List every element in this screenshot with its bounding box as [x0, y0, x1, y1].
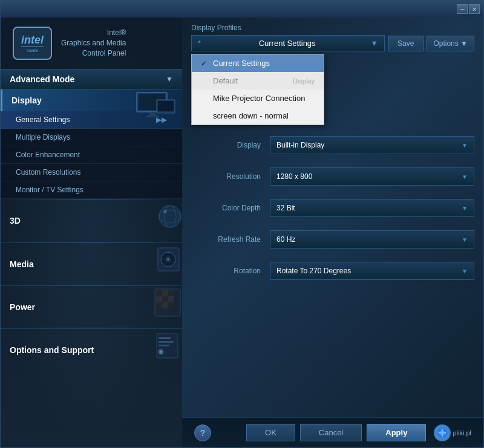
svg-point-32 — [440, 430, 445, 435]
svg-rect-3 — [146, 115, 159, 117]
svg-point-6 — [159, 206, 181, 227]
3d-section-label: 3D — [10, 216, 21, 226]
intel-logo-text: intel — [21, 34, 44, 47]
profile-dropdown[interactable]: * Current Settings ▼ — [191, 35, 385, 51]
sidebar: intel inside Intel® Graphics and Media C… — [1, 18, 182, 447]
profile-star-icon: * — [198, 39, 201, 48]
intel-logo-subtitle: inside — [21, 47, 44, 53]
rotation-dropdown[interactable]: Rotate To 270 Degrees ▼ — [270, 262, 474, 280]
save-button[interactable]: Save — [388, 36, 424, 51]
svg-text:?: ? — [160, 351, 162, 354]
profiles-controls-row: * Current Settings ▼ Save Options ▼ — [191, 35, 474, 51]
display-dropdown-arrow-icon: ▼ — [462, 142, 468, 149]
custom-resolutions-item[interactable]: Custom Resolutions — [1, 164, 182, 181]
svg-rect-20 — [168, 296, 174, 302]
help-button[interactable]: ? — [194, 424, 211, 441]
monitor-tv-settings-item[interactable]: Monitor / TV Settings — [1, 181, 182, 199]
svg-point-9 — [163, 210, 167, 213]
power-section[interactable]: Power — [1, 285, 182, 328]
apply-button[interactable]: Apply — [367, 424, 426, 441]
display-section-label: Display — [11, 96, 42, 105]
display-section-header[interactable]: Display — [1, 89, 182, 111]
resolution-dropdown-value: 1280 x 800 — [276, 172, 312, 181]
color-depth-setting-row: Color Depth 32 Bit ▼ — [191, 196, 474, 220]
divider-1 — [7, 199, 176, 200]
close-button[interactable]: ✕ — [469, 4, 480, 14]
display-setting-label: Display — [191, 141, 270, 149]
advanced-mode-arrow-icon: ▼ — [166, 75, 173, 83]
color-depth-dropdown-arrow-icon: ▼ — [462, 205, 468, 212]
dropdown-item-screen-down[interactable]: screen down - normal — [192, 107, 324, 125]
pliki-logo-icon — [434, 424, 451, 441]
svg-rect-26 — [159, 341, 174, 343]
power-section-icon — [140, 286, 182, 319]
advanced-mode-dropdown[interactable]: Advanced Mode ▼ — [1, 69, 182, 89]
refresh-rate-dropdown-arrow-icon: ▼ — [462, 236, 468, 243]
power-section-label: Power — [10, 302, 35, 312]
rotation-setting-row: Rotation Rotate To 270 Degrees ▼ — [191, 259, 474, 283]
svg-rect-27 — [159, 345, 169, 346]
svg-rect-21 — [156, 302, 162, 308]
profile-current-value: Current Settings — [259, 39, 316, 48]
media-section-icon — [140, 243, 182, 276]
svg-rect-15 — [156, 290, 162, 296]
divider-2 — [7, 242, 176, 242]
display-dropdown-value: Built-in Display — [276, 141, 324, 149]
minimize-button[interactable]: ─ — [457, 4, 468, 14]
resolution-setting-row: Resolution 1280 x 800 ▼ — [191, 164, 474, 189]
options-section-label: Options and Support — [10, 345, 94, 355]
svg-rect-16 — [162, 290, 168, 296]
svg-rect-5 — [158, 101, 174, 111]
display-section: Display General Settings — [1, 89, 182, 199]
refresh-rate-dropdown[interactable]: 60 Hz ▼ — [270, 230, 474, 248]
display-profiles-section: Display Profiles * Current Settings ▼ Sa… — [182, 18, 483, 54]
rotation-dropdown-arrow-icon: ▼ — [462, 268, 468, 274]
divider-3 — [7, 285, 176, 285]
display-profiles-label: Display Profiles — [191, 24, 474, 32]
dropdown-item-mike[interactable]: Mike Projector Connection — [192, 89, 324, 107]
main-content: intel inside Intel® Graphics and Media C… — [1, 18, 483, 447]
options-support-section[interactable]: Options and Support ? — [1, 328, 182, 371]
svg-rect-23 — [168, 302, 174, 308]
color-depth-setting-label: Color Depth — [191, 204, 270, 212]
dropdown-item-current[interactable]: ✓ Current Settings — [192, 54, 324, 72]
dropdown-item-default[interactable]: Default Display — [192, 72, 324, 89]
color-depth-dropdown-value: 32 Bit — [276, 204, 295, 212]
resolution-setting-label: Resolution — [191, 172, 270, 181]
3d-section[interactable]: 3D — [1, 200, 182, 242]
resolution-dropdown[interactable]: 1280 x 800 ▼ — [270, 167, 474, 186]
intel-logo: intel inside — [13, 27, 52, 60]
display-settings-panel: Display Built-in Display ▼ Resolution 12… — [182, 127, 483, 417]
checkmark-icon: ✓ — [201, 59, 208, 68]
svg-rect-19 — [162, 296, 168, 302]
cancel-button[interactable]: Cancel — [300, 424, 362, 441]
rotation-setting-label: Rotation — [191, 267, 270, 275]
options-button[interactable]: Options ▼ — [427, 36, 474, 51]
svg-point-13 — [167, 258, 169, 261]
resolution-dropdown-arrow-icon: ▼ — [462, 174, 468, 180]
multiple-displays-item[interactable]: Multiple Displays — [1, 129, 182, 146]
display-sub-menu: General Settings ▶▶ Multiple Displays Co… — [1, 111, 182, 199]
pliki-logo: pliki.pl — [434, 424, 471, 441]
rotation-dropdown-value: Rotate To 270 Degrees — [276, 267, 351, 275]
display-setting-row: Display Built-in Display ▼ — [191, 133, 474, 157]
svg-rect-17 — [168, 290, 174, 296]
ok-button[interactable]: OK — [246, 424, 295, 441]
media-section[interactable]: Media — [1, 242, 182, 285]
svg-rect-2 — [149, 112, 155, 115]
logo-area: intel inside Intel® Graphics and Media C… — [1, 18, 182, 69]
profile-dropdown-arrow-icon: ▼ — [370, 39, 378, 48]
title-bar: ─ ✕ — [1, 1, 483, 18]
main-window: ─ ✕ intel inside Intel® Graphics and Med… — [0, 0, 484, 448]
refresh-rate-setting-row: Refresh Rate 60 Hz ▼ — [191, 227, 474, 252]
svg-rect-22 — [162, 302, 168, 308]
svg-rect-18 — [156, 296, 162, 302]
display-dropdown[interactable]: Built-in Display ▼ — [270, 136, 474, 154]
refresh-rate-dropdown-value: 60 Hz — [276, 235, 295, 244]
divider-4 — [7, 328, 176, 328]
media-section-label: Media — [10, 259, 34, 269]
3d-section-icon — [140, 200, 182, 233]
pliki-text: pliki.pl — [453, 429, 471, 437]
color-depth-dropdown[interactable]: 32 Bit ▼ — [270, 199, 474, 217]
color-enhancement-item[interactable]: Color Enhancement — [1, 146, 182, 164]
